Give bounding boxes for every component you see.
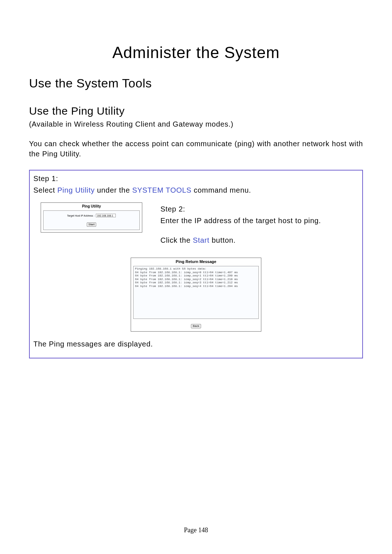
step-1-pre: Select bbox=[33, 186, 57, 194]
start-button[interactable]: Start bbox=[87, 222, 97, 227]
step-1-label: Step 1: bbox=[33, 173, 359, 184]
section-heading: Use the System Tools bbox=[29, 76, 363, 90]
ping-return-title: Ping Return Message bbox=[131, 258, 261, 266]
ping-utility-panel-title: Ping Utility bbox=[41, 203, 142, 210]
target-host-input[interactable] bbox=[96, 214, 116, 217]
back-button[interactable]: Back bbox=[191, 324, 201, 328]
ping-utility-link: Ping Utility bbox=[57, 186, 95, 194]
ping-return-panel: Ping Return Message Pinging 192.168.168.… bbox=[131, 258, 261, 332]
ping-output[interactable]: Pinging 192.168.168.1 with 56 bytes data… bbox=[133, 266, 259, 319]
availability-note: (Available in Wireless Routing Client an… bbox=[29, 119, 363, 129]
step-2-click: Click the Start button. bbox=[160, 235, 359, 245]
ping-utility-panel: Ping Utility Target Host IP Address : St… bbox=[41, 202, 142, 233]
description-paragraph: You can check whether the access point c… bbox=[29, 139, 363, 159]
subsection-heading: Use the Ping Utility bbox=[29, 105, 363, 117]
page-title: Administer the System bbox=[29, 44, 363, 62]
click-pre: Click the bbox=[160, 236, 193, 244]
step-1-post: command menu. bbox=[192, 186, 251, 194]
click-post: button. bbox=[209, 236, 236, 244]
step-2-label: Step 2: bbox=[160, 204, 359, 214]
system-tools-menu-name: SYSTEM TOOLS bbox=[132, 186, 191, 194]
target-host-label: Target Host IP Address : bbox=[67, 214, 94, 217]
steps-box: Step 1: Select Ping Utility under the SY… bbox=[29, 170, 363, 358]
step-1-text: Select Ping Utility under the SYSTEM TOO… bbox=[33, 185, 359, 195]
step-2-line1: Enter the IP address of the target host … bbox=[160, 216, 359, 226]
step-1-mid: under the bbox=[95, 186, 132, 194]
start-word: Start bbox=[193, 236, 209, 244]
ping-displayed-note: The Ping messages are displayed. bbox=[33, 339, 359, 349]
page-number: Page 148 bbox=[0, 526, 392, 534]
